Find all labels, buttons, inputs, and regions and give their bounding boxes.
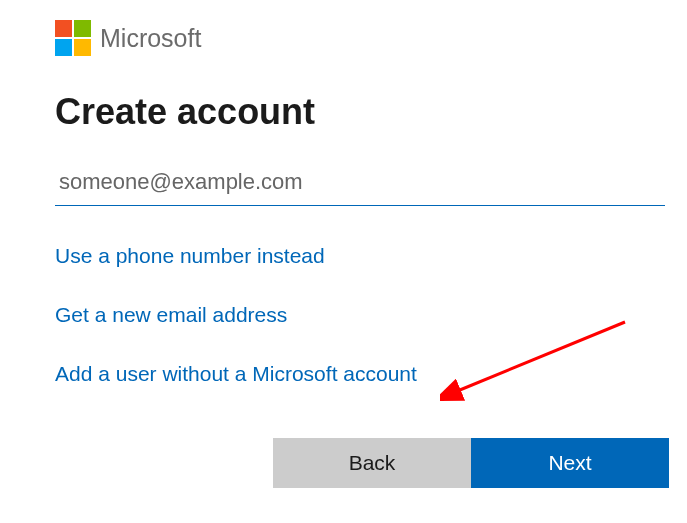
option-links: Use a phone number instead Get a new ema… xyxy=(55,244,687,386)
brand-name: Microsoft xyxy=(100,24,201,53)
back-button[interactable]: Back xyxy=(273,438,471,488)
no-microsoft-account-link[interactable]: Add a user without a Microsoft account xyxy=(55,362,417,386)
page-title: Create account xyxy=(55,91,687,133)
brand-header: Microsoft xyxy=(55,20,687,56)
microsoft-logo-icon xyxy=(55,20,91,56)
use-phone-link[interactable]: Use a phone number instead xyxy=(55,244,325,268)
next-button[interactable]: Next xyxy=(471,438,669,488)
button-row: Back Next xyxy=(273,438,669,488)
new-email-link[interactable]: Get a new email address xyxy=(55,303,287,327)
email-input[interactable] xyxy=(55,163,665,206)
